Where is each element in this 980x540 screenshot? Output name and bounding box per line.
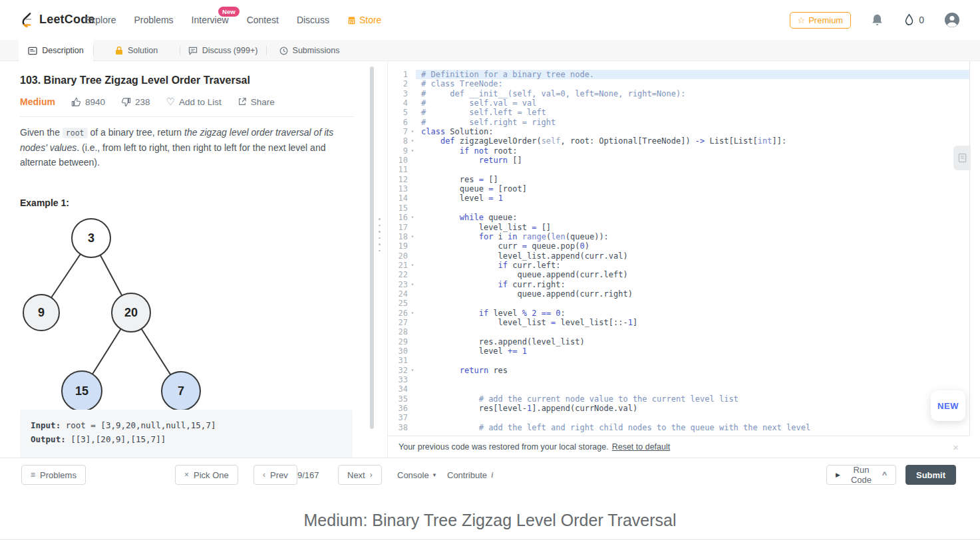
code-line-16[interactable]: 16▾ while queue: [388,213,969,222]
code-line-34[interactable]: 34 [388,384,969,394]
prev-button[interactable]: ‹ Prev [253,465,297,485]
code-line-10[interactable]: 10 return [] [388,156,969,165]
code-line-5[interactable]: 5# self.left = left [388,108,969,117]
code-line-22[interactable]: 22 queue.append(curr.left) [388,270,969,279]
code-line-33[interactable]: 33 [388,375,969,384]
nav-item-problems[interactable]: Problems [134,15,173,25]
dislike-button[interactable]: 238 [121,97,150,107]
code-line-6[interactable]: 6# self.right = right [388,118,969,127]
code-text[interactable]: queue = [root] [416,184,969,194]
code-line-20[interactable]: 20 level_list.append(curr.val) [388,251,969,261]
problems-button[interactable]: ≡ Problems [21,465,86,485]
tab-submissions[interactable]: Submissions [266,40,353,61]
code-text[interactable]: # Definition for a binary tree node. [416,70,969,79]
fold-arrow-icon[interactable]: ▾ [409,280,416,289]
code-text[interactable]: if curr.right: [416,280,969,289]
code-line-29[interactable]: 29 res.append(level_list) [388,337,969,346]
code-text[interactable]: if curr.left: [416,261,969,270]
notifications-bell-icon[interactable] [871,13,884,27]
description-scrollbar[interactable] [370,67,374,429]
fold-arrow-icon[interactable]: ▾ [409,261,416,270]
code-text[interactable]: level_list.append(curr.val) [416,251,969,261]
avatar[interactable] [944,12,960,28]
like-button[interactable]: 8940 [71,97,105,107]
tab-discuss-999[interactable]: Discuss (999+) [180,40,266,61]
code-line-17[interactable]: 17 level_list = [] [388,223,969,232]
code-text[interactable] [416,356,969,365]
code-text[interactable]: res[level-1].append(currNode.val) [416,404,969,413]
fold-arrow-icon[interactable]: ▾ [409,146,416,156]
code-line-1[interactable]: 1# Definition for a binary tree node. [388,70,969,79]
code-line-13[interactable]: 13 queue = [root] [388,184,969,194]
code-line-18[interactable]: 18▾ for i in range(len(queue)): [388,232,969,241]
code-text[interactable]: level += 1 [416,346,969,356]
fold-arrow-icon[interactable]: ▾ [409,366,416,375]
code-text[interactable] [416,375,969,384]
code-text[interactable]: # add the current node value to the curr… [416,394,969,404]
code-line-19[interactable]: 19 curr = queue.pop(0) [388,241,969,251]
code-line-7[interactable]: 7▾class Solution: [388,127,969,136]
code-text[interactable]: def zigzagLevelOrder(self, root: Optiona… [416,136,969,146]
nav-item-store[interactable]: Store [347,15,381,25]
fold-arrow-icon[interactable]: ▾ [409,213,416,222]
code-editor[interactable]: 1# Definition for a binary tree node.2# … [388,61,969,436]
nav-item-explore[interactable]: Explore [84,15,116,25]
new-feature-badge[interactable]: NEW [931,390,965,421]
code-text[interactable] [416,165,969,174]
leetcode-logo[interactable]: LeetCode [20,11,95,27]
code-text[interactable]: curr = queue.pop(0) [416,241,969,251]
code-text[interactable]: class Solution: [416,127,969,136]
code-line-27[interactable]: 27 level_list = level_list[::-1] [388,318,969,327]
daily-streak[interactable]: 0 [903,13,924,27]
code-line-36[interactable]: 36 res[level-1].append(currNode.val) [388,404,969,413]
code-text[interactable] [416,299,969,308]
code-text[interactable]: res = [] [416,175,969,184]
code-line-24[interactable]: 24 queue.append(curr.right) [388,289,969,299]
pick-one-button[interactable]: × Pick One [175,465,238,485]
code-line-26[interactable]: 26▾ if level % 2 == 0: [388,309,969,318]
run-code-button[interactable]: ▶ Run Code ^ [826,465,896,485]
code-line-4[interactable]: 4# self.val = val [388,98,969,108]
code-text[interactable]: # add the left and right child nodes to … [416,423,969,432]
code-line-38[interactable]: 38 # add the left and right child nodes … [388,423,969,432]
code-text[interactable]: if not root: [416,146,969,156]
code-text[interactable]: # def __init__(self, val=0, left=None, r… [416,89,969,98]
code-text[interactable]: return res [416,366,969,375]
code-line-2[interactable]: 2# class TreeNode: [388,79,969,88]
notes-side-tab[interactable] [953,146,971,170]
nav-item-contest[interactable]: Contest [247,15,279,25]
next-button[interactable]: Next › [338,465,382,485]
code-text[interactable]: # self.right = right [416,118,969,127]
code-line-31[interactable]: 31 [388,356,969,365]
code-line-23[interactable]: 23▾ if curr.right: [388,280,969,289]
code-line-37[interactable]: 37 [388,413,969,422]
console-toggle[interactable]: Console ▾ [397,465,436,485]
code-line-12[interactable]: 12 res = [] [388,175,969,184]
code-line-28[interactable]: 28 [388,327,969,337]
code-line-15[interactable]: 15 [388,203,969,213]
editor-scrollbar[interactable] [969,61,970,436]
code-text[interactable]: # self.val = val [416,98,969,108]
tab-solution[interactable]: Solution [93,40,180,61]
fold-arrow-icon[interactable]: ▾ [409,136,416,146]
share-button[interactable]: Share [238,97,275,107]
code-line-21[interactable]: 21▾ if curr.left: [388,261,969,270]
code-text[interactable] [416,203,969,213]
premium-button[interactable]: ☆ Premium [790,12,852,29]
code-line-32[interactable]: 32▾ return res [388,366,969,375]
code-line-9[interactable]: 9▾ if not root: [388,146,969,156]
code-line-3[interactable]: 3# def __init__(self, val=0, left=None, … [388,89,969,98]
code-text[interactable]: for i in range(len(queue)): [416,232,969,241]
contribute-link[interactable]: Contribute i [447,465,494,485]
code-text[interactable]: return [] [416,156,969,165]
nav-item-interview[interactable]: InterviewNew [192,15,229,25]
code-line-25[interactable]: 25 [388,299,969,308]
panel-resize-handle[interactable] [379,218,381,251]
reset-to-default-link[interactable]: Reset to default [612,442,671,452]
code-text[interactable]: if level % 2 == 0: [416,309,969,318]
nav-item-discuss[interactable]: Discuss [297,15,329,25]
code-line-35[interactable]: 35 # add the current node value to the c… [388,394,969,404]
code-text[interactable] [416,384,969,394]
code-line-30[interactable]: 30 level += 1 [388,346,969,356]
close-icon[interactable]: × [953,442,959,453]
